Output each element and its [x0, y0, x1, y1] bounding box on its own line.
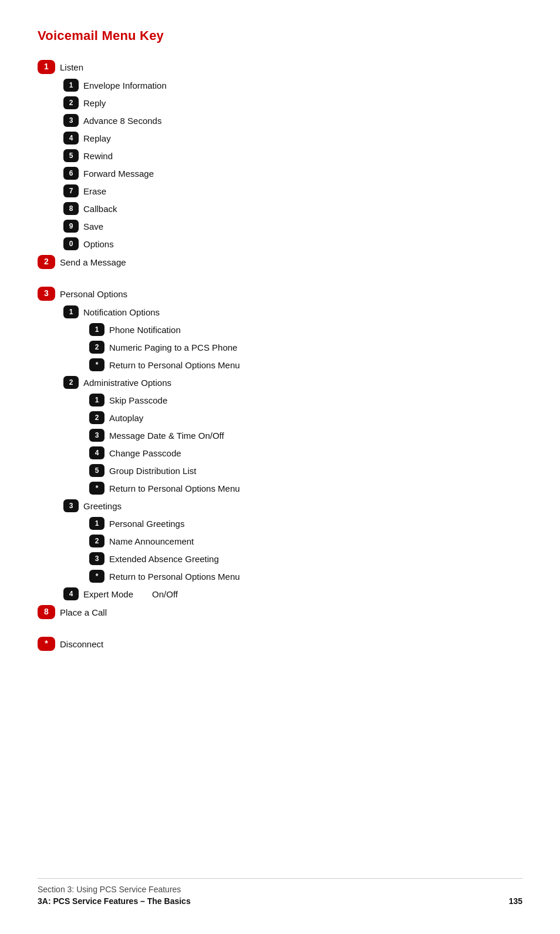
menu-item-label: Personal Greetings — [109, 518, 184, 530]
menu-item-label: Place a Call — [60, 606, 107, 619]
key-badge: 6 — [63, 167, 79, 180]
menu-item-label: Listen — [60, 61, 83, 73]
list-item: 8Callback — [38, 202, 522, 215]
menu-item-label: Return to Personal Options Menu — [109, 482, 240, 495]
menu-item-label: Options — [83, 238, 114, 250]
list-item: 5Group Distribution List — [38, 464, 522, 477]
key-badge: 8 — [63, 202, 79, 215]
key-badge: 7 — [63, 184, 79, 197]
footer-chapter: 3A: PCS Service Features – The Basics — [38, 896, 191, 906]
menu-item-label: Save — [83, 220, 103, 233]
key-badge: 9 — [63, 220, 79, 233]
menu-item-label: Greetings — [83, 500, 122, 512]
menu-item-label: Erase — [83, 185, 106, 197]
list-item: 4Change Passcode — [38, 446, 522, 459]
page-footer: Section 3: Using PCS Service Features 3A… — [38, 878, 522, 906]
menu-item-label: Callback — [83, 203, 117, 215]
menu-item-label: Numeric Paging to a PCS Phone — [109, 341, 237, 354]
key-badge: 1 — [38, 60, 55, 74]
list-item: 5Rewind — [38, 149, 522, 162]
key-badge: 3 — [89, 429, 104, 442]
list-item: 4Expert ModeOn/Off — [38, 587, 522, 600]
menu-item-label: Return to Personal Options Menu — [109, 570, 240, 583]
key-badge: 1 — [89, 394, 104, 406]
menu-item-label: Reply — [83, 97, 106, 109]
list-item: 1Skip Passcode — [38, 394, 522, 406]
key-badge: 3 — [38, 287, 55, 301]
key-badge: 2 — [89, 535, 104, 547]
list-item: *Return to Personal Options Menu — [38, 570, 522, 583]
list-item: *Return to Personal Options Menu — [38, 482, 522, 495]
key-badge: 4 — [89, 446, 104, 459]
on-off-label: On/Off — [152, 588, 178, 600]
list-item: 1Personal Greetings — [38, 517, 522, 530]
list-item: 2Administrative Options — [38, 376, 522, 389]
list-item: 0Options — [38, 237, 522, 250]
key-badge: 1 — [89, 517, 104, 530]
list-item: 7Erase — [38, 184, 522, 197]
list-item: 1Phone Notification — [38, 323, 522, 336]
list-item: 2Reply — [38, 96, 522, 109]
list-item: 9Save — [38, 220, 522, 233]
key-badge: 3 — [89, 552, 104, 565]
key-badge: * — [89, 482, 104, 495]
menu-item-label: Autoplay — [109, 412, 143, 424]
key-badge: 1 — [63, 79, 79, 92]
key-badge: 2 — [63, 376, 79, 389]
list-item: 4Replay — [38, 132, 522, 145]
menu-item-label: Administrative Options — [83, 377, 171, 389]
key-badge: 1 — [63, 305, 79, 318]
list-item: 3Personal Options — [38, 287, 522, 301]
menu-item-label: Disconnect — [60, 638, 103, 650]
key-badge: * — [89, 570, 104, 583]
key-badge: 8 — [38, 605, 55, 619]
key-badge: 2 — [89, 341, 104, 354]
key-badge: * — [38, 637, 55, 651]
list-item: 1Notification Options — [38, 305, 522, 318]
key-badge: 5 — [63, 149, 79, 162]
menu-item-label: Notification Options — [83, 306, 160, 318]
list-item: 2Autoplay — [38, 411, 522, 424]
key-badge: * — [89, 358, 104, 371]
key-badge: 0 — [63, 237, 79, 250]
list-item: 3Advance 8 Seconds — [38, 114, 522, 127]
list-item: 3Extended Absence Greeting — [38, 552, 522, 565]
list-item: 1Envelope Information — [38, 79, 522, 92]
key-badge: 2 — [89, 411, 104, 424]
menu-item-label: Group Distribution List — [109, 465, 196, 477]
spacer — [38, 624, 522, 632]
menu-item-label: Change Passcode — [109, 447, 181, 459]
menu-item-label: Phone Notification — [109, 324, 181, 336]
footer-section-label: Section 3: Using PCS Service Features — [38, 885, 522, 894]
list-item: 3Message Date & Time On/Off — [38, 429, 522, 442]
list-item: 3Greetings — [38, 499, 522, 512]
spacer — [38, 274, 522, 282]
key-badge: 2 — [38, 255, 55, 269]
menu-item-label: Personal Options — [60, 288, 127, 300]
footer-page: 135 — [509, 896, 522, 906]
list-item: *Return to Personal Options Menu — [38, 358, 522, 371]
list-item: 1Listen — [38, 60, 522, 74]
key-badge: 4 — [63, 587, 79, 600]
key-badge: 5 — [89, 464, 104, 477]
list-item: 6Forward Message — [38, 167, 522, 180]
menu-item-label: Skip Passcode — [109, 394, 167, 406]
key-badge: 3 — [63, 114, 79, 127]
menu-item-label: Forward Message — [83, 167, 154, 180]
key-badge: 1 — [89, 323, 104, 336]
key-badge: 4 — [63, 132, 79, 145]
page-title: Voicemail Menu Key — [38, 28, 522, 43]
list-item: 8Place a Call — [38, 605, 522, 619]
menu-item-label: Name Announcement — [109, 535, 194, 547]
list-item: 2Numeric Paging to a PCS Phone — [38, 341, 522, 354]
key-badge: 2 — [63, 96, 79, 109]
menu-item-label: Replay — [83, 132, 111, 145]
list-item: *Disconnect — [38, 637, 522, 651]
menu-item-label: Envelope Information — [83, 79, 167, 92]
menu-item-label: Extended Absence Greeting — [109, 553, 219, 565]
menu-item-label: Advance 8 Seconds — [83, 115, 161, 127]
list-item: 2Name Announcement — [38, 535, 522, 547]
menu-item-label: Rewind — [83, 150, 113, 162]
menu-item-label: Send a Message — [60, 256, 126, 268]
voicemail-menu-list: 1Listen1Envelope Information2Reply3Advan… — [38, 60, 522, 651]
